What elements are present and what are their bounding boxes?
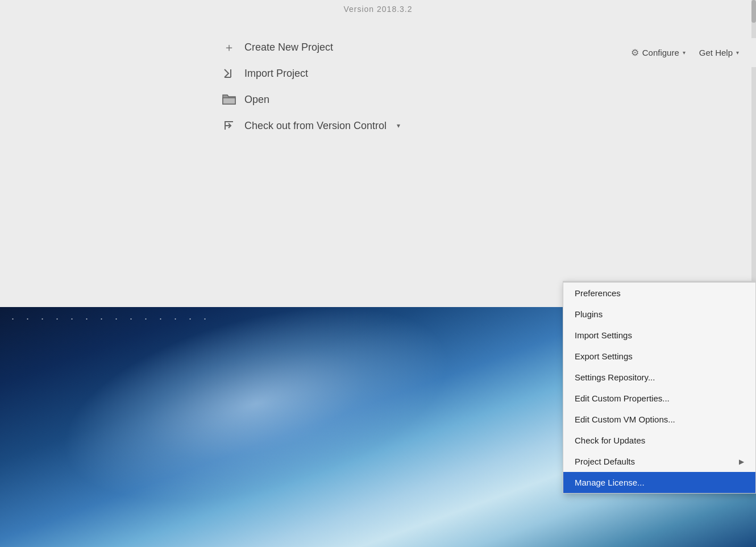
get-help-label: Get Help	[699, 48, 733, 57]
vcs-icon	[222, 118, 236, 133]
bottom-toolbar: ⚙ Configure ▾ Get Help ▾	[614, 38, 756, 67]
create-new-project-label: Create New Project	[244, 42, 333, 53]
get-help-dropdown-arrow: ▾	[736, 49, 739, 56]
submenu-arrow-icon: ▶	[739, 458, 744, 466]
menu-item-project-defaults[interactable]: Project Defaults ▶	[563, 451, 755, 472]
create-new-project-item[interactable]: ＋ Create New Project	[222, 34, 400, 60]
import-project-label: Import Project	[244, 68, 308, 80]
configure-label: Configure	[642, 48, 679, 57]
version-text: Version 2018.3.2	[343, 5, 412, 14]
plus-icon: ＋	[222, 40, 236, 55]
menu-item-settings-repository[interactable]: Settings Repository...	[563, 367, 755, 388]
checkout-vcs-label: Check out from Version Control	[244, 120, 387, 132]
action-list: ＋ Create New Project Import Project Open	[222, 34, 400, 139]
menu-item-check-for-updates[interactable]: Check for Updates	[563, 430, 755, 451]
menu-item-preferences[interactable]: Preferences	[563, 283, 755, 304]
menu-item-export-settings[interactable]: Export Settings	[563, 346, 755, 367]
menu-item-plugins[interactable]: Plugins	[563, 304, 755, 325]
configure-button[interactable]: ⚙ Configure ▾	[625, 44, 691, 61]
configure-dropdown-arrow: ▾	[683, 49, 686, 56]
menu-item-manage-license[interactable]: Manage License...	[563, 472, 755, 493]
menu-item-import-settings[interactable]: Import Settings	[563, 325, 755, 346]
menu-item-edit-custom-vm-options[interactable]: Edit Custom VM Options...	[563, 409, 755, 430]
open-label: Open	[244, 94, 269, 106]
checkout-dropdown-arrow: ▾	[397, 122, 400, 130]
get-help-button[interactable]: Get Help ▾	[693, 44, 745, 61]
configure-dropdown: Preferences Plugins Import Settings Expo…	[563, 281, 756, 494]
open-item[interactable]: Open	[222, 86, 400, 113]
folder-icon	[222, 92, 236, 107]
scrollbar-thumb[interactable]	[751, 0, 756, 23]
menu-item-edit-custom-properties[interactable]: Edit Custom Properties...	[563, 388, 755, 409]
import-icon	[222, 66, 236, 81]
checkout-vcs-item[interactable]: Check out from Version Control ▾	[222, 113, 400, 139]
gear-icon: ⚙	[631, 47, 639, 58]
top-panel: Version 2018.3.2 ＋ Create New Project Im…	[0, 0, 756, 307]
import-project-item[interactable]: Import Project	[222, 60, 400, 86]
